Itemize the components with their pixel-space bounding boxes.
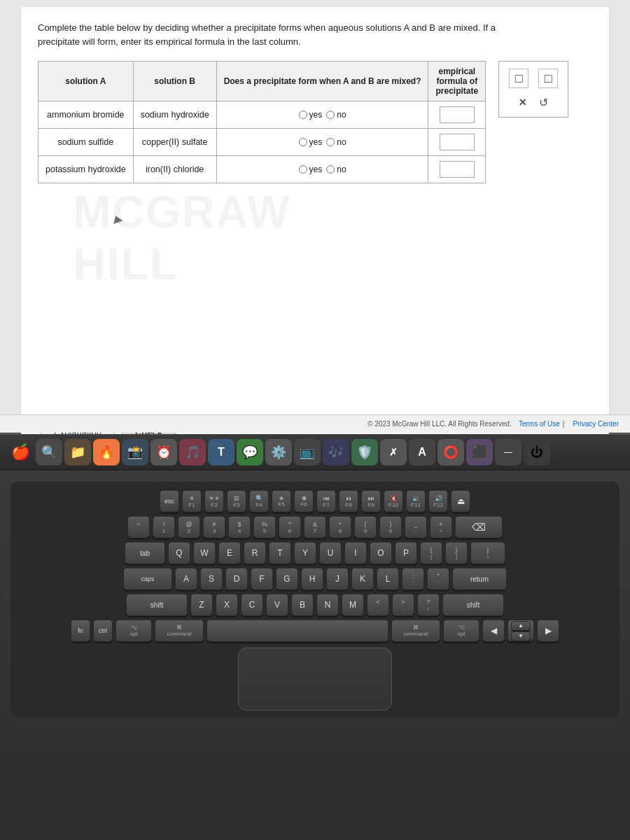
key-4[interactable]: $4 <box>228 516 251 538</box>
key-l[interactable]: L <box>377 568 399 590</box>
no-label-1[interactable]: no <box>326 110 346 120</box>
trackpad[interactable] <box>238 648 392 710</box>
dock-music2[interactable]: 🎶 <box>323 439 349 465</box>
key-g[interactable]: G <box>276 568 298 590</box>
key-i[interactable]: I <box>344 542 367 564</box>
yes-radio-2[interactable] <box>299 138 307 146</box>
radio-cell-3[interactable]: yes no <box>216 156 428 183</box>
yes-label-3[interactable]: yes <box>299 164 323 174</box>
key-f4[interactable]: 🔍F4 <box>249 490 269 512</box>
key-lbracket[interactable]: {[ <box>420 542 442 564</box>
formula-cell-2[interactable] <box>428 129 486 156</box>
radio-group-1[interactable]: yes no <box>224 110 421 120</box>
key-period[interactable]: >. <box>392 594 414 616</box>
dock-shield[interactable]: 🛡️ <box>351 439 378 465</box>
key-r[interactable]: R <box>244 542 266 564</box>
key-y[interactable]: Y <box>294 542 316 564</box>
dock-clock[interactable]: ⏰ <box>150 439 177 465</box>
dock-t-icon[interactable]: T <box>208 439 234 465</box>
key-quote[interactable]: "' <box>427 568 449 590</box>
key-9[interactable]: (9 <box>354 516 377 538</box>
no-label-3[interactable]: no <box>326 164 346 174</box>
key-arrow-down[interactable]: ▼ <box>511 631 531 641</box>
no-label-2[interactable]: no <box>326 137 346 147</box>
key-h[interactable]: H <box>301 568 323 590</box>
dock-music[interactable]: 🎵 <box>179 439 206 465</box>
answer-symbol-1[interactable]: □ <box>509 69 528 88</box>
key-f12[interactable]: 🔊F12 <box>428 490 448 512</box>
key-equals[interactable]: += <box>430 516 452 538</box>
key-f11[interactable]: 🔉F11 <box>406 490 426 512</box>
no-radio-2[interactable] <box>326 138 335 146</box>
key-shift-left[interactable]: shift <box>126 594 188 616</box>
key-backtick[interactable]: ~` <box>127 516 150 538</box>
key-3[interactable]: #3 <box>203 516 225 538</box>
formula-cell-1[interactable] <box>428 102 486 129</box>
key-cmd-left[interactable]: ⌘command <box>155 620 204 642</box>
key-minus[interactable]: _- <box>405 516 427 538</box>
dock-record[interactable]: ⬛ <box>466 439 493 465</box>
key-ctrl[interactable]: ctrl <box>93 620 113 642</box>
key-return[interactable]: return <box>452 568 507 590</box>
privacy-link[interactable]: Privacy Center <box>573 420 619 428</box>
key-s[interactable]: S <box>200 568 223 590</box>
formula-input-3[interactable] <box>440 161 475 178</box>
key-n[interactable]: N <box>316 594 339 616</box>
key-u[interactable]: U <box>319 542 342 564</box>
radio-group-2[interactable]: yes no <box>224 137 421 147</box>
formula-input-1[interactable] <box>440 106 475 123</box>
key-f6[interactable]: ◉F6 <box>294 490 314 512</box>
dock-search[interactable]: 🔍 <box>36 439 62 465</box>
key-q[interactable]: Q <box>168 542 190 564</box>
key-f3[interactable]: ⊞F3 <box>227 490 246 512</box>
key-a[interactable]: A <box>175 568 197 590</box>
key-f1[interactable]: ☀F1 <box>182 490 202 512</box>
key-2[interactable]: @2 <box>178 516 200 538</box>
terms-link[interactable]: Terms of Use <box>519 420 560 428</box>
key-f7[interactable]: ⏮F7 <box>316 490 336 512</box>
key-shift-right[interactable]: shift <box>442 594 504 616</box>
key-f[interactable]: F <box>251 568 273 590</box>
key-1[interactable]: !1 <box>153 516 175 538</box>
key-comma[interactable]: <, <box>367 594 389 616</box>
key-z[interactable]: Z <box>190 594 213 616</box>
key-eject[interactable]: ⏏ <box>451 490 470 512</box>
key-f10[interactable]: 🔇F10 <box>384 490 403 512</box>
key-space[interactable] <box>206 620 388 642</box>
formula-input-2[interactable] <box>440 134 475 150</box>
radio-cell-2[interactable]: yes no <box>216 129 428 156</box>
key-f2[interactable]: ☀☀F2 <box>204 490 224 512</box>
yes-radio-3[interactable] <box>299 165 307 174</box>
radio-group-3[interactable]: yes no <box>224 164 421 174</box>
key-semicolon[interactable]: :; <box>402 568 424 590</box>
key-esc[interactable]: esc <box>160 490 179 512</box>
key-o[interactable]: O <box>370 542 392 564</box>
key-p[interactable]: P <box>395 542 417 564</box>
dock-chrome[interactable]: 🔥 <box>93 439 120 465</box>
key-f9[interactable]: ⏭F9 <box>361 490 381 512</box>
key-cmd-right[interactable]: ⌘command <box>391 620 440 642</box>
key-f8[interactable]: ⏯F8 <box>339 490 358 512</box>
key-j[interactable]: J <box>326 568 349 590</box>
key-d[interactable]: D <box>225 568 248 590</box>
key-v[interactable]: V <box>266 594 288 616</box>
dock-settings[interactable]: ⚙️ <box>265 439 292 465</box>
yes-radio-1[interactable] <box>299 111 307 119</box>
key-capslock[interactable]: caps <box>123 568 172 590</box>
no-radio-1[interactable] <box>326 111 335 119</box>
key-k[interactable]: K <box>351 568 374 590</box>
key-arrow-right[interactable]: ▶ <box>537 620 559 642</box>
key-backspace[interactable]: ⌫ <box>455 516 503 538</box>
key-arrow-left[interactable]: ◀ <box>482 620 505 642</box>
dock-tv[interactable]: 📺 <box>294 439 321 465</box>
key-0[interactable]: )0 <box>379 516 402 538</box>
key-5[interactable]: %5 <box>253 516 276 538</box>
key-backslash[interactable]: |\ <box>470 542 505 564</box>
key-opt-left[interactable]: ⌥opt <box>115 620 152 642</box>
key-7[interactable]: &7 <box>304 516 326 538</box>
dock-files[interactable]: 📁 <box>64 439 91 465</box>
key-rbracket[interactable]: }] <box>445 542 468 564</box>
key-tab[interactable]: tab <box>125 542 165 564</box>
yes-label-2[interactable]: yes <box>299 137 323 147</box>
key-opt-right[interactable]: ⌥opt <box>443 620 479 642</box>
